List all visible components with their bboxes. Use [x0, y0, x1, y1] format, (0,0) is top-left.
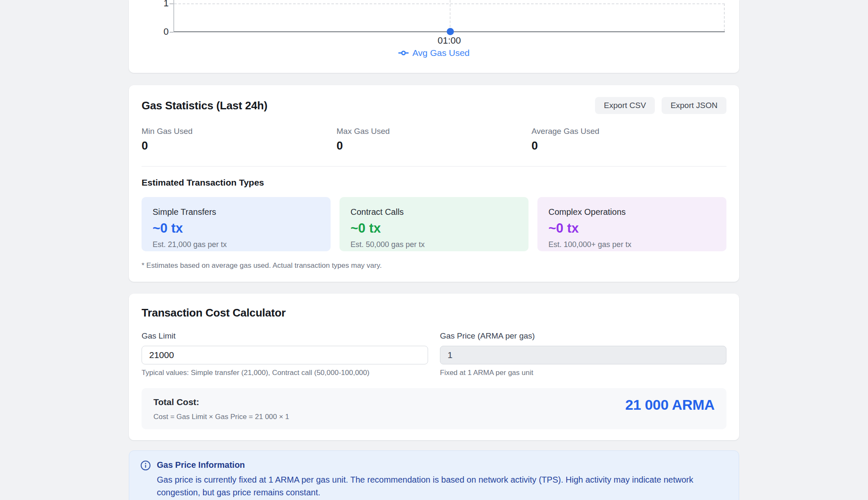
gas-price-info-box: Gas Price Information Gas price is curre…	[129, 450, 739, 500]
stat-value: 0	[531, 139, 726, 153]
gas-price-info-title: Gas Price Information	[157, 460, 721, 470]
y-axis-tick-0: 0	[153, 27, 169, 36]
tx-card-detail: Est. 100,000+ gas per tx	[548, 240, 715, 249]
tx-types-title: Estimated Transaction Types	[142, 178, 726, 188]
tx-card-label: Contract Calls	[351, 207, 517, 217]
gas-price-helper: Fixed at 1 ARMA per gas unit	[440, 369, 726, 377]
tx-card-value: ~0 tx	[351, 221, 517, 235]
tx-card-simple-transfers: Simple Transfers ~0 tx Est. 21,000 gas p…	[142, 197, 331, 251]
total-cost-formula: Cost = Gas Limit × Gas Price = 21 000 × …	[153, 413, 289, 421]
stat-label: Average Gas Used	[531, 127, 726, 136]
line-series-legend-icon	[398, 50, 409, 56]
gas-limit-helper: Typical values: Simple transfer (21,000)…	[142, 369, 428, 377]
y-axis-tick-1: 1	[153, 0, 169, 8]
y-axis-tickmark-1	[170, 3, 173, 4]
stat-value: 0	[142, 139, 337, 153]
gas-stats-grid: Min Gas Used 0 Max Gas Used 0 Average Ga…	[142, 127, 726, 153]
chart-right-gridline	[724, 3, 725, 31]
tx-card-label: Complex Operations	[548, 207, 715, 217]
stat-value: 0	[337, 139, 531, 153]
gas-price-label: Gas Price (ARMA per gas)	[440, 331, 726, 341]
chart-legend-item[interactable]: Avg Gas Used	[129, 48, 739, 58]
gas-price-info-content: Gas Price Information Gas price is curre…	[157, 460, 721, 499]
export-buttons: Export CSV Export JSON	[595, 97, 726, 114]
cost-calculator-title: Transaction Cost Calculator	[142, 306, 726, 319]
chart-data-point	[447, 28, 454, 35]
y-axis-tickmark-0	[170, 32, 173, 33]
page-content: 1 0 01:00 Avg Gas Used Gas Statistics (L…	[129, 0, 739, 500]
gas-price-field-group: Gas Price (ARMA per gas) Fixed at 1 ARMA…	[440, 331, 726, 377]
tx-types-grid: Simple Transfers ~0 tx Est. 21,000 gas p…	[142, 197, 726, 251]
total-cost-box: Total Cost: Cost = Gas Limit × Gas Price…	[142, 388, 726, 429]
tx-card-contract-calls: Contract Calls ~0 tx Est. 50,000 gas per…	[339, 197, 529, 251]
gas-statistics-card: Gas Statistics (Last 24h) Export CSV Exp…	[129, 85, 739, 282]
tx-card-value: ~0 tx	[153, 221, 320, 235]
gas-statistics-title: Gas Statistics (Last 24h)	[142, 99, 267, 112]
gas-usage-chart-card: 1 0 01:00 Avg Gas Used	[129, 0, 739, 73]
stat-average-gas: Average Gas Used 0	[531, 127, 726, 153]
stat-max-gas: Max Gas Used 0	[337, 127, 531, 153]
tx-card-detail: Est. 21,000 gas per tx	[153, 240, 320, 249]
chart-point-guideline	[450, 0, 451, 31]
info-icon	[140, 460, 151, 472]
estimates-footnote: * Estimates based on average gas used. A…	[142, 261, 726, 270]
chart-plot-area	[173, 0, 725, 32]
export-csv-button[interactable]: Export CSV	[595, 97, 655, 114]
tx-card-complex-operations: Complex Operations ~0 tx Est. 100,000+ g…	[537, 197, 726, 251]
tx-card-detail: Est. 50,000 gas per tx	[351, 240, 517, 249]
gas-statistics-header: Gas Statistics (Last 24h) Export CSV Exp…	[142, 97, 726, 114]
export-json-button[interactable]: Export JSON	[662, 97, 726, 114]
cost-calculator-card: Transaction Cost Calculator Gas Limit Ty…	[129, 294, 739, 440]
calculator-form: Gas Limit Typical values: Simple transfe…	[142, 331, 726, 377]
gas-limit-field-group: Gas Limit Typical values: Simple transfe…	[142, 331, 428, 377]
stat-label: Min Gas Used	[142, 127, 337, 136]
section-divider	[142, 166, 726, 167]
gas-limit-input[interactable]	[142, 346, 428, 364]
total-cost-label: Total Cost:	[153, 397, 289, 407]
gas-limit-label: Gas Limit	[142, 331, 428, 341]
stat-min-gas: Min Gas Used 0	[142, 127, 337, 153]
tx-card-value: ~0 tx	[548, 221, 715, 235]
tx-card-label: Simple Transfers	[153, 207, 320, 217]
gas-price-input	[440, 346, 726, 364]
gas-price-info-body: Gas price is currently fixed at 1 ARMA p…	[157, 473, 721, 499]
total-cost-value: 21 000 ARMA	[625, 397, 715, 412]
total-cost-left: Total Cost: Cost = Gas Limit × Gas Price…	[153, 397, 289, 421]
x-axis-label: 01:00	[420, 35, 479, 46]
chart-legend-label: Avg Gas Used	[412, 48, 470, 58]
stat-label: Max Gas Used	[337, 127, 531, 136]
